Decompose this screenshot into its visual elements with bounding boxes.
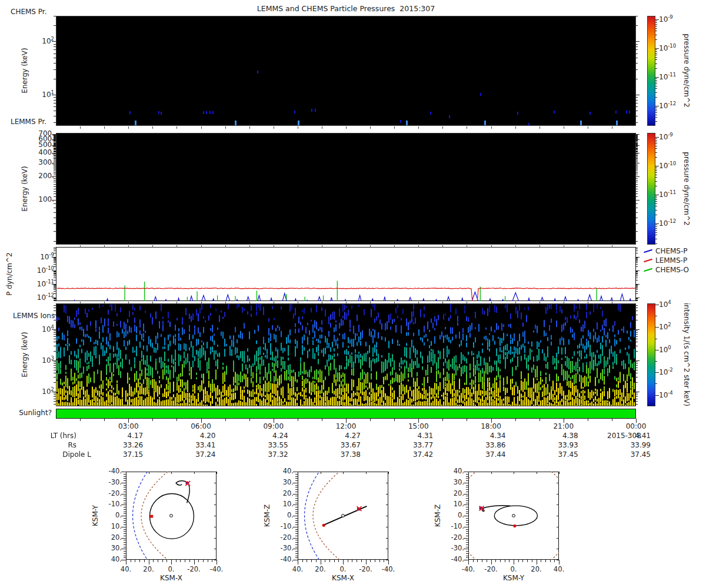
axis-tick bbox=[384, 560, 384, 562]
spectrogram-dot bbox=[616, 121, 618, 125]
exponent: -2 bbox=[668, 367, 672, 373]
axis-tick bbox=[357, 560, 357, 562]
ephemeris-value: 4.27 bbox=[325, 432, 361, 440]
axis-tick bbox=[295, 487, 298, 487]
axis-tick bbox=[152, 302, 153, 304]
exponent: -9 bbox=[668, 132, 672, 138]
axis-tick bbox=[636, 170, 638, 171]
axis-tick bbox=[636, 362, 638, 362]
axis-tick bbox=[54, 365, 56, 366]
cb2-tick-label: 10-12 bbox=[659, 218, 694, 228]
axis-tick bbox=[491, 245, 492, 248]
axis-tick bbox=[54, 231, 56, 232]
axis-tick bbox=[201, 302, 202, 304]
axis-tick bbox=[636, 373, 638, 373]
spectrogram-dot bbox=[203, 111, 204, 114]
axis-tick bbox=[514, 560, 514, 564]
axis-tick bbox=[636, 360, 640, 361]
axis-tick bbox=[189, 560, 190, 562]
orbit-ytick-label: 30. bbox=[98, 544, 122, 552]
axis-tick bbox=[636, 176, 640, 177]
axis-tick bbox=[307, 560, 307, 562]
axis-tick bbox=[636, 339, 638, 339]
axis-tick bbox=[388, 560, 389, 564]
orbit-ytick-label: 0. bbox=[270, 511, 294, 519]
axis-tick bbox=[214, 527, 217, 527]
orbit-ytick-label: -40. bbox=[98, 467, 122, 475]
axis-tick bbox=[636, 159, 638, 160]
axis-tick bbox=[655, 152, 657, 153]
axis-tick bbox=[54, 69, 56, 70]
axis-tick bbox=[464, 472, 468, 472]
axis-tick bbox=[104, 245, 105, 248]
axis-tick bbox=[636, 208, 638, 208]
axis-tick bbox=[636, 264, 638, 265]
axis-tick bbox=[295, 518, 298, 519]
axis-tick bbox=[54, 49, 56, 50]
axis-tick bbox=[636, 291, 638, 292]
axis-tick bbox=[636, 79, 638, 79]
axis-tick bbox=[466, 542, 468, 543]
axis-tick bbox=[124, 524, 126, 525]
axis-tick bbox=[394, 419, 395, 421]
sunlight-bar bbox=[56, 409, 636, 419]
axis-tick bbox=[124, 544, 126, 545]
axis-tick bbox=[124, 512, 126, 512]
orbit-xtick-label: 40. bbox=[546, 565, 572, 573]
axis-tick bbox=[124, 529, 126, 530]
axis-tick bbox=[655, 198, 657, 198]
orbit-ytick-label: 0. bbox=[98, 511, 122, 519]
axis-tick bbox=[54, 103, 56, 103]
axis-tick bbox=[540, 302, 540, 304]
axis-tick bbox=[636, 158, 638, 158]
axis-tick bbox=[388, 472, 389, 474]
axis-tick bbox=[655, 181, 657, 182]
ephemeris-row-label: Dipole L bbox=[21, 450, 91, 459]
axis-tick bbox=[322, 126, 322, 129]
orbit-xtick-label: 20. bbox=[136, 565, 162, 573]
axis-tick bbox=[464, 527, 468, 527]
spectrogram-dot bbox=[257, 71, 258, 74]
axis-tick bbox=[379, 560, 380, 562]
axis-tick bbox=[54, 170, 56, 171]
axis-tick bbox=[394, 245, 395, 248]
axis-tick bbox=[636, 63, 638, 64]
axis-tick bbox=[636, 116, 638, 116]
axis-tick bbox=[293, 538, 298, 539]
axis-tick bbox=[54, 250, 56, 251]
orbit3-xlabel: KSM-Y bbox=[468, 574, 559, 582]
axis-tick bbox=[466, 524, 468, 525]
orbit-ytick-label: 40. bbox=[98, 555, 122, 563]
axis-tick bbox=[466, 496, 468, 496]
axis-tick bbox=[466, 518, 468, 519]
orbit-ytick-label: -30. bbox=[98, 478, 122, 486]
ephemeris-row-label: Rs bbox=[6, 441, 76, 449]
spectrogram-dot bbox=[235, 121, 237, 125]
time-tick-label: 09:00 bbox=[256, 422, 291, 430]
orbit-ytick-label: -10. bbox=[270, 522, 294, 530]
axis-tick bbox=[466, 503, 468, 503]
axis-tick bbox=[612, 419, 612, 421]
axis-tick bbox=[636, 100, 638, 101]
axis-tick bbox=[636, 393, 638, 393]
axis-tick bbox=[293, 516, 298, 516]
axis-tick bbox=[655, 86, 657, 86]
axis-tick bbox=[636, 266, 638, 267]
orbit-ytick-label: 10. bbox=[98, 522, 122, 530]
legend-item: CHEMS-P bbox=[644, 246, 689, 256]
panel1-ylabel: Energy (keV) bbox=[21, 48, 29, 93]
ephemeris-value: 37.45 bbox=[615, 450, 651, 459]
axis-tick bbox=[467, 126, 467, 129]
axis-tick bbox=[466, 476, 468, 477]
axis-tick bbox=[370, 302, 371, 304]
axis-tick bbox=[541, 560, 541, 562]
axis-tick bbox=[514, 472, 514, 474]
spectrogram-dot bbox=[528, 123, 530, 126]
axis-tick bbox=[636, 334, 638, 335]
axis-tick bbox=[54, 315, 56, 315]
legend-label: LEMMS-P bbox=[655, 256, 687, 265]
axis-tick bbox=[54, 382, 56, 383]
axis-tick bbox=[370, 419, 371, 421]
axis-tick bbox=[54, 275, 56, 275]
orbit-xtick-label: 0. bbox=[501, 565, 527, 573]
